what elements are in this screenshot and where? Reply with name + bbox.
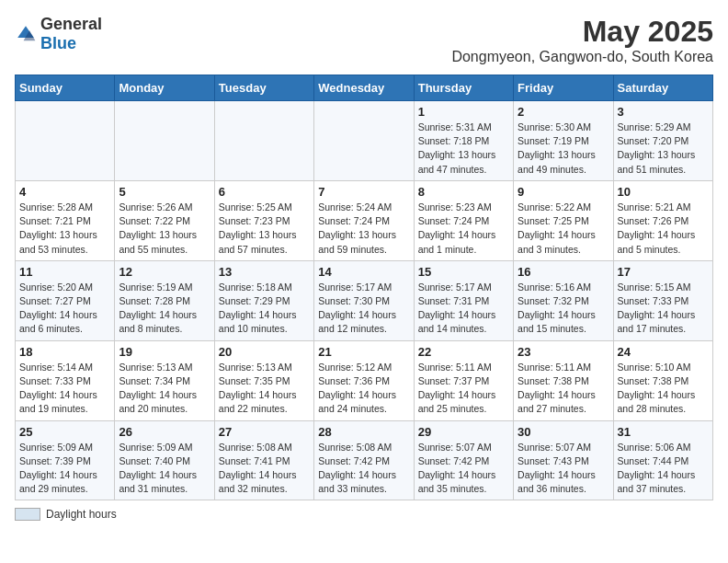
calendar-cell: 25Sunrise: 5:09 AM Sunset: 7:39 PM Dayli… — [16, 420, 115, 500]
day-number: 30 — [518, 425, 609, 439]
calendar-cell: 15Sunrise: 5:17 AM Sunset: 7:31 PM Dayli… — [414, 260, 513, 340]
week-row-2: 4Sunrise: 5:28 AM Sunset: 7:21 PM Daylig… — [16, 180, 713, 260]
day-info: Sunrise: 5:29 AM Sunset: 7:20 PM Dayligh… — [618, 121, 709, 177]
day-number: 6 — [219, 185, 310, 199]
day-number: 7 — [318, 185, 409, 199]
calendar-cell: 20Sunrise: 5:13 AM Sunset: 7:35 PM Dayli… — [214, 340, 313, 420]
weekday-header-saturday: Saturday — [613, 75, 712, 101]
day-info: Sunrise: 5:09 AM Sunset: 7:39 PM Dayligh… — [19, 441, 110, 497]
logo-blue: Blue — [40, 34, 76, 52]
calendar-cell: 14Sunrise: 5:17 AM Sunset: 7:30 PM Dayli… — [314, 260, 414, 340]
logo-general: General — [40, 15, 102, 33]
weekday-header-monday: Monday — [115, 75, 214, 101]
calendar-cell: 9Sunrise: 5:22 AM Sunset: 7:25 PM Daylig… — [514, 180, 613, 260]
day-info: Sunrise: 5:13 AM Sunset: 7:34 PM Dayligh… — [119, 361, 210, 417]
day-info: Sunrise: 5:06 AM Sunset: 7:44 PM Dayligh… — [618, 441, 709, 497]
day-number: 28 — [318, 425, 409, 439]
day-number: 15 — [418, 265, 509, 279]
day-number: 20 — [219, 345, 310, 359]
calendar-cell: 13Sunrise: 5:18 AM Sunset: 7:29 PM Dayli… — [214, 260, 313, 340]
day-info: Sunrise: 5:19 AM Sunset: 7:28 PM Dayligh… — [119, 281, 210, 337]
day-number: 14 — [318, 265, 409, 279]
legend-label: Daylight hours — [46, 508, 117, 521]
day-info: Sunrise: 5:30 AM Sunset: 7:19 PM Dayligh… — [518, 121, 609, 177]
day-number: 24 — [618, 345, 709, 359]
calendar-cell: 26Sunrise: 5:09 AM Sunset: 7:40 PM Dayli… — [115, 420, 214, 500]
day-number: 23 — [518, 345, 609, 359]
calendar-cell: 2Sunrise: 5:30 AM Sunset: 7:19 PM Daylig… — [514, 101, 613, 181]
day-info: Sunrise: 5:07 AM Sunset: 7:42 PM Dayligh… — [418, 441, 509, 497]
legend-box — [15, 508, 40, 521]
legend: Daylight hours — [15, 508, 713, 521]
calendar-cell: 10Sunrise: 5:21 AM Sunset: 7:26 PM Dayli… — [613, 180, 712, 260]
day-info: Sunrise: 5:26 AM Sunset: 7:22 PM Dayligh… — [119, 201, 210, 257]
week-row-4: 18Sunrise: 5:14 AM Sunset: 7:33 PM Dayli… — [16, 340, 713, 420]
day-info: Sunrise: 5:28 AM Sunset: 7:21 PM Dayligh… — [19, 201, 110, 257]
calendar-cell: 19Sunrise: 5:13 AM Sunset: 7:34 PM Dayli… — [115, 340, 214, 420]
weekday-header-thursday: Thursday — [414, 75, 513, 101]
weekday-header-friday: Friday — [514, 75, 613, 101]
week-row-3: 11Sunrise: 5:20 AM Sunset: 7:27 PM Dayli… — [16, 260, 713, 340]
day-info: Sunrise: 5:14 AM Sunset: 7:33 PM Dayligh… — [19, 361, 110, 417]
day-info: Sunrise: 5:09 AM Sunset: 7:40 PM Dayligh… — [119, 441, 210, 497]
main-title: May 2025 — [451, 15, 713, 49]
day-number: 5 — [119, 185, 210, 199]
day-number: 1 — [418, 105, 509, 119]
day-number: 13 — [219, 265, 310, 279]
logo: General Blue — [15, 15, 102, 53]
calendar-cell: 27Sunrise: 5:08 AM Sunset: 7:41 PM Dayli… — [214, 420, 313, 500]
day-number: 3 — [618, 105, 709, 119]
day-info: Sunrise: 5:13 AM Sunset: 7:35 PM Dayligh… — [219, 361, 310, 417]
day-info: Sunrise: 5:25 AM Sunset: 7:23 PM Dayligh… — [219, 201, 310, 257]
calendar-cell: 5Sunrise: 5:26 AM Sunset: 7:22 PM Daylig… — [115, 180, 214, 260]
calendar-cell: 4Sunrise: 5:28 AM Sunset: 7:21 PM Daylig… — [16, 180, 115, 260]
day-info: Sunrise: 5:18 AM Sunset: 7:29 PM Dayligh… — [219, 281, 310, 337]
calendar-cell: 28Sunrise: 5:08 AM Sunset: 7:42 PM Dayli… — [314, 420, 414, 500]
calendar-cell: 11Sunrise: 5:20 AM Sunset: 7:27 PM Dayli… — [16, 260, 115, 340]
calendar-cell: 3Sunrise: 5:29 AM Sunset: 7:20 PM Daylig… — [613, 101, 712, 181]
calendar-cell: 29Sunrise: 5:07 AM Sunset: 7:42 PM Dayli… — [414, 420, 513, 500]
calendar-cell — [214, 101, 313, 181]
weekday-header-tuesday: Tuesday — [214, 75, 313, 101]
calendar-cell: 7Sunrise: 5:24 AM Sunset: 7:24 PM Daylig… — [314, 180, 414, 260]
calendar-cell: 8Sunrise: 5:23 AM Sunset: 7:24 PM Daylig… — [414, 180, 513, 260]
day-info: Sunrise: 5:07 AM Sunset: 7:43 PM Dayligh… — [518, 441, 609, 497]
day-info: Sunrise: 5:21 AM Sunset: 7:26 PM Dayligh… — [618, 201, 709, 257]
day-number: 18 — [19, 345, 110, 359]
day-info: Sunrise: 5:08 AM Sunset: 7:42 PM Dayligh… — [318, 441, 409, 497]
title-block: May 2025 Dongmyeon, Gangwon-do, South Ko… — [451, 15, 713, 65]
calendar-cell: 6Sunrise: 5:25 AM Sunset: 7:23 PM Daylig… — [214, 180, 313, 260]
day-info: Sunrise: 5:10 AM Sunset: 7:38 PM Dayligh… — [618, 361, 709, 417]
day-info: Sunrise: 5:17 AM Sunset: 7:30 PM Dayligh… — [318, 281, 409, 337]
calendar-cell: 17Sunrise: 5:15 AM Sunset: 7:33 PM Dayli… — [613, 260, 712, 340]
calendar-cell — [314, 101, 414, 181]
calendar-cell: 16Sunrise: 5:16 AM Sunset: 7:32 PM Dayli… — [514, 260, 613, 340]
day-number: 9 — [518, 185, 609, 199]
day-number: 12 — [119, 265, 210, 279]
day-number: 27 — [219, 425, 310, 439]
day-number: 29 — [418, 425, 509, 439]
day-number: 19 — [119, 345, 210, 359]
day-number: 10 — [618, 185, 709, 199]
day-number: 17 — [618, 265, 709, 279]
day-info: Sunrise: 5:31 AM Sunset: 7:18 PM Dayligh… — [418, 121, 509, 177]
day-info: Sunrise: 5:11 AM Sunset: 7:38 PM Dayligh… — [518, 361, 609, 417]
calendar-cell: 12Sunrise: 5:19 AM Sunset: 7:28 PM Dayli… — [115, 260, 214, 340]
day-number: 4 — [19, 185, 110, 199]
calendar-table: SundayMondayTuesdayWednesdayThursdayFrid… — [15, 75, 713, 500]
day-number: 26 — [119, 425, 210, 439]
day-number: 16 — [518, 265, 609, 279]
calendar-cell: 24Sunrise: 5:10 AM Sunset: 7:38 PM Dayli… — [613, 340, 712, 420]
day-info: Sunrise: 5:20 AM Sunset: 7:27 PM Dayligh… — [19, 281, 110, 337]
calendar-cell: 31Sunrise: 5:06 AM Sunset: 7:44 PM Dayli… — [613, 420, 712, 500]
week-row-1: 1Sunrise: 5:31 AM Sunset: 7:18 PM Daylig… — [16, 101, 713, 181]
weekday-header-sunday: Sunday — [16, 75, 115, 101]
weekday-header-wednesday: Wednesday — [314, 75, 414, 101]
day-info: Sunrise: 5:22 AM Sunset: 7:25 PM Dayligh… — [518, 201, 609, 257]
logo-text: General Blue — [40, 15, 102, 53]
page-header: General Blue May 2025 Dongmyeon, Gangwon… — [15, 15, 713, 65]
day-info: Sunrise: 5:12 AM Sunset: 7:36 PM Dayligh… — [318, 361, 409, 417]
calendar-cell: 21Sunrise: 5:12 AM Sunset: 7:36 PM Dayli… — [314, 340, 414, 420]
week-row-5: 25Sunrise: 5:09 AM Sunset: 7:39 PM Dayli… — [16, 420, 713, 500]
calendar-cell: 1Sunrise: 5:31 AM Sunset: 7:18 PM Daylig… — [414, 101, 513, 181]
